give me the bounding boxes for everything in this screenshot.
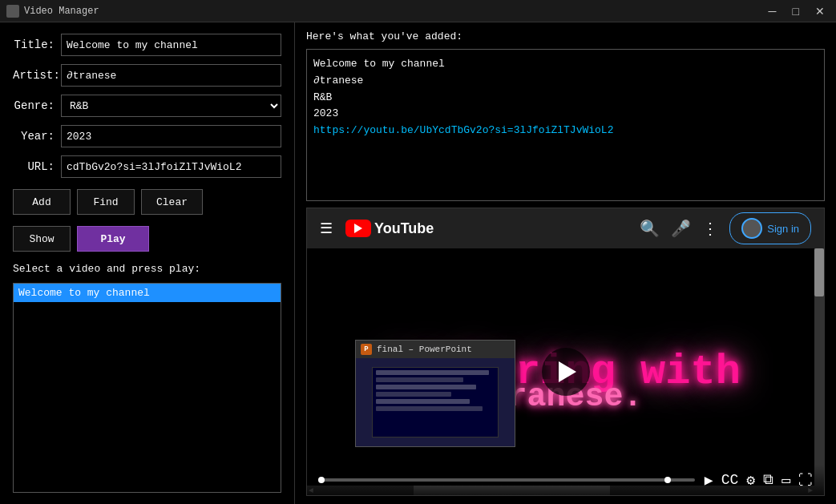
youtube-navbar: ☰ YouTube 🔍 🎤 ⋮ Sign in (307, 208, 824, 248)
youtube-wordmark: YouTube (374, 220, 434, 237)
find-button[interactable]: Find (77, 189, 135, 215)
ppt-row (376, 399, 470, 404)
progress-dot-1 (318, 477, 325, 483)
ppt-slide-thumb (372, 367, 499, 437)
youtube-vertical-scrollbar[interactable] (814, 248, 824, 495)
genre-field-row: Genre: Pop Rock R&B Jazz Classical Hip-H… (13, 95, 281, 117)
ppt-row (376, 406, 483, 411)
added-line-year: 2023 (313, 106, 818, 123)
clear-button[interactable]: Clear (141, 189, 203, 215)
ppt-row (376, 385, 476, 389)
added-text-area: Welcome to my channel ∂tranese R&B 2023 … (306, 49, 825, 201)
add-button[interactable]: Add (13, 189, 71, 215)
progress-dot-2 (664, 477, 671, 483)
added-line-url: https://youtu.be/UbYcdTbGv2o?si=3lJfoiZl… (313, 123, 818, 139)
youtube-embed-area: ☰ YouTube 🔍 🎤 ⋮ Sign in (306, 208, 825, 496)
title-bar: Video Manager ─ □ ✕ (0, 0, 836, 22)
year-input[interactable] (61, 125, 281, 147)
title-bar-controls: ─ □ ✕ (764, 5, 830, 18)
youtube-logo-icon (345, 220, 371, 237)
genre-select[interactable]: Pop Rock R&B Jazz Classical Hip-Hop Coun… (61, 95, 281, 117)
app-icon (6, 5, 19, 18)
url-label: URL: (13, 160, 55, 173)
show-button[interactable]: Show (13, 226, 71, 252)
powerpoint-thumbnail[interactable]: P final – PowerPoint (355, 340, 515, 447)
right-panel: Here's what you've added: Welcome to my … (295, 22, 836, 504)
title-label: Title: (13, 38, 55, 51)
more-options-icon[interactable]: ⋮ (702, 219, 718, 239)
title-input[interactable] (61, 34, 281, 56)
ppt-title-bar: P final – PowerPoint (356, 341, 515, 358)
theater-icon[interactable]: ▭ (781, 471, 790, 489)
youtube-controls: ▶ CC ⚙ ⧉ ▭ ⛶ (307, 465, 824, 495)
youtube-video-area[interactable]: tinkering with Tranese. ▶ CC (307, 248, 824, 495)
video-list[interactable]: Welcome to my channel (13, 283, 281, 493)
artist-label: Artist: (13, 69, 55, 82)
ppt-row (376, 392, 451, 397)
play-button[interactable]: Play (77, 226, 149, 252)
title-bar-left: Video Manager (6, 5, 99, 18)
progress-bar[interactable] (318, 478, 695, 482)
year-label: Year: (13, 130, 55, 143)
title-bar-title: Video Manager (24, 6, 99, 17)
ppt-row (376, 370, 489, 375)
signin-button[interactable]: Sign in (729, 212, 811, 244)
avatar (741, 218, 762, 239)
url-input[interactable] (61, 155, 281, 178)
year-field-row: Year: (13, 125, 281, 147)
added-line-genre: R&B (313, 90, 818, 107)
ppt-body (356, 358, 515, 446)
play-overlay-button[interactable] (542, 348, 590, 396)
youtube-logo[interactable]: YouTube (345, 220, 434, 237)
play-control-icon[interactable]: ▶ (705, 471, 713, 489)
play-triangle-icon (559, 361, 576, 382)
powerpoint-icon: P (361, 344, 372, 355)
title-field-row: Title: (13, 34, 281, 56)
close-button[interactable]: ✕ (810, 5, 830, 18)
hamburger-icon[interactable]: ☰ (320, 220, 333, 237)
search-icon[interactable]: 🔍 (640, 219, 660, 239)
ppt-title-text: final – PowerPoint (377, 345, 472, 354)
artist-field-row: Artist: (13, 64, 281, 87)
select-label: Select a video and press play: (13, 263, 281, 275)
miniplayer-icon[interactable]: ⧉ (763, 472, 773, 488)
artist-input[interactable] (61, 64, 281, 87)
maximize-button[interactable]: □ (788, 5, 804, 18)
ppt-inner (356, 358, 515, 446)
microphone-icon[interactable]: 🎤 (671, 219, 691, 239)
added-label: Here's what you've added: (306, 30, 825, 42)
button-row-1: Add Find Clear (13, 189, 281, 215)
cc-icon[interactable]: CC (721, 472, 739, 488)
list-item[interactable]: Welcome to my channel (14, 284, 281, 302)
added-line-artist: ∂tranese (313, 73, 818, 90)
signin-label: Sign in (767, 223, 799, 235)
genre-label: Genre: (13, 99, 55, 112)
fullscreen-icon[interactable]: ⛶ (798, 472, 813, 489)
url-field-row: URL: (13, 155, 281, 178)
youtube-nav-left: ☰ YouTube (320, 220, 434, 237)
left-panel: Title: Artist: Genre: Pop Rock R&B Jazz … (0, 22, 295, 504)
youtube-nav-right: 🔍 🎤 ⋮ Sign in (640, 212, 811, 244)
youtube-scrollbar-thumb[interactable] (814, 248, 824, 296)
main-layout: Title: Artist: Genre: Pop Rock R&B Jazz … (0, 22, 836, 504)
button-row-2: Show Play (13, 226, 281, 252)
added-line-title: Welcome to my channel (313, 56, 818, 73)
settings-control-icon[interactable]: ⚙ (746, 471, 755, 489)
control-icons: ▶ CC ⚙ ⧉ ▭ ⛶ (705, 471, 813, 489)
minimize-button[interactable]: ─ (764, 5, 781, 18)
ppt-row (376, 377, 463, 382)
